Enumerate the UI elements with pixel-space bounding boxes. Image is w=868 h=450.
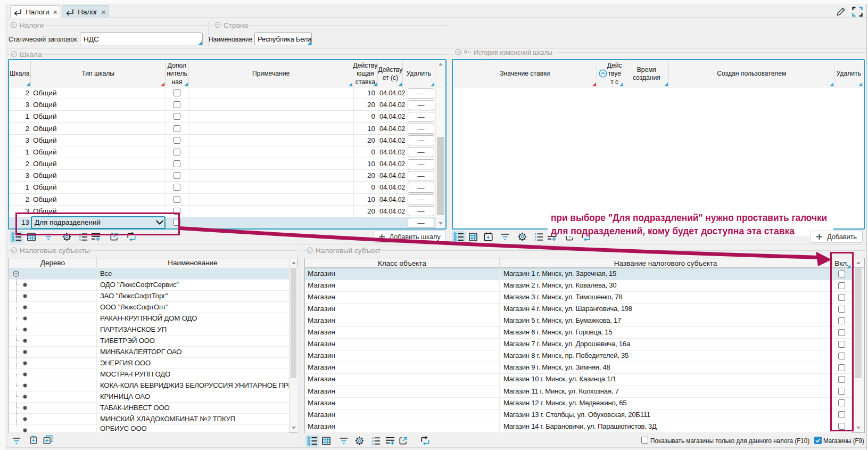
svg-text:3: 3 xyxy=(534,239,536,242)
svg-text:3: 3 xyxy=(371,443,373,446)
svg-text:3: 3 xyxy=(79,239,80,242)
